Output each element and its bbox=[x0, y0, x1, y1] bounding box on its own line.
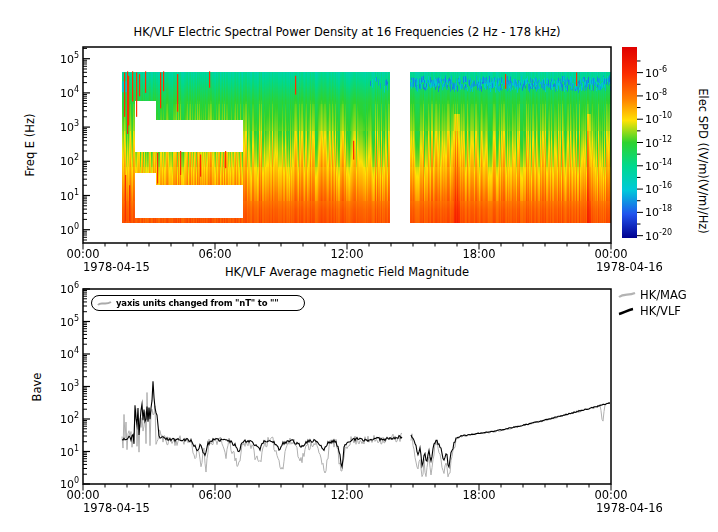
freq-tick-label: 103 bbox=[45, 120, 79, 133]
freq-tick-label: 104 bbox=[45, 86, 79, 99]
top-x-tick-label: 12:00 bbox=[317, 247, 377, 261]
exp-sup: 3 bbox=[74, 119, 79, 128]
line-y-axis-label: Bave bbox=[30, 373, 44, 402]
exp-sup: 1 bbox=[74, 188, 79, 197]
line-chart-title: HK/VLF Average magnetic Field Magnitude bbox=[83, 265, 611, 279]
top-x-tick-label: 18:00 bbox=[449, 247, 509, 261]
colorbar-tick-label: 10-20 bbox=[645, 229, 672, 242]
freq-tick-label: 105 bbox=[45, 52, 79, 65]
exp-sup: -8 bbox=[659, 88, 667, 97]
exp-base: 10 bbox=[60, 445, 74, 458]
spectrogram-plot-area bbox=[83, 47, 611, 243]
freq-tick-label: 100 bbox=[45, 223, 79, 236]
gray-squiggle-icon bbox=[97, 298, 112, 308]
hkmag-line-swatch-icon bbox=[618, 289, 638, 301]
legend-item-hkmag: HK/MAG bbox=[618, 287, 687, 303]
freq-tick-label: 102 bbox=[45, 154, 79, 167]
colorbar-label: Elec SPD ((V/m)(V/m)/Hz) bbox=[696, 88, 710, 234]
bave-tick-label: 105 bbox=[45, 315, 79, 328]
exp-base: 10 bbox=[645, 229, 659, 242]
exp-sup: 2 bbox=[74, 153, 79, 162]
legend-label-hkvlf: HK/VLF bbox=[640, 304, 681, 318]
top-x-tick-label: 06:00 bbox=[185, 247, 245, 261]
bottom-date-right: 1978-04-16 bbox=[596, 501, 663, 515]
top-x-tick-label: 00:00 bbox=[581, 247, 641, 261]
exp-base: 10 bbox=[60, 413, 74, 426]
colorbar-tick-label: 10-18 bbox=[645, 205, 672, 218]
top-date-right: 1978-04-16 bbox=[596, 260, 663, 274]
line-plot-area bbox=[83, 289, 611, 484]
exp-sup: -20 bbox=[659, 228, 672, 237]
exp-sup: 0 bbox=[74, 222, 79, 231]
exp-sup: -16 bbox=[659, 181, 672, 190]
exp-base: 10 bbox=[60, 315, 74, 328]
bave-tick-label: 101 bbox=[45, 445, 79, 458]
exp-base: 10 bbox=[645, 113, 659, 126]
exp-base: 10 bbox=[60, 52, 74, 65]
bave-tick-label: 103 bbox=[45, 380, 79, 393]
units-annotation-text: yaxis units changed from "nT" to "" bbox=[116, 298, 279, 308]
exp-sup: 3 bbox=[74, 379, 79, 388]
bottom-x-tick-label: 00:00 bbox=[581, 488, 641, 502]
exp-base: 10 bbox=[645, 90, 659, 103]
bave-tick-label: 104 bbox=[45, 347, 79, 360]
freq-tick-label: 101 bbox=[45, 189, 79, 202]
exp-base: 10 bbox=[645, 206, 659, 219]
exp-sup: -10 bbox=[659, 111, 672, 120]
spectrogram-title: HK/VLF Electric Spectral Power Density a… bbox=[83, 25, 611, 39]
colorbar-tick-label: 10-12 bbox=[645, 136, 672, 149]
colorbar bbox=[622, 47, 637, 238]
exp-sup: 4 bbox=[74, 85, 79, 94]
exp-base: 10 bbox=[60, 155, 74, 168]
bave-tick-label: 102 bbox=[45, 412, 79, 425]
bave-tick-label: 106 bbox=[45, 282, 79, 295]
exp-base: 10 bbox=[60, 283, 74, 296]
exp-base: 10 bbox=[60, 121, 74, 134]
exp-base: 10 bbox=[60, 223, 74, 236]
exp-base: 10 bbox=[60, 87, 74, 100]
exp-base: 10 bbox=[60, 348, 74, 361]
exp-base: 10 bbox=[645, 136, 659, 149]
exp-sup: -18 bbox=[659, 204, 672, 213]
exp-base: 10 bbox=[645, 183, 659, 196]
exp-sup: -6 bbox=[659, 65, 667, 74]
exp-sup: -14 bbox=[659, 158, 672, 167]
exp-base: 10 bbox=[645, 66, 659, 79]
exp-sup: 5 bbox=[74, 51, 79, 60]
legend-label-hkmag: HK/MAG bbox=[640, 288, 687, 302]
top-date-left: 1978-04-15 bbox=[83, 260, 150, 274]
bottom-x-tick-label: 00:00 bbox=[53, 488, 113, 502]
exp-sup: 6 bbox=[74, 281, 79, 290]
exp-sup: 1 bbox=[74, 444, 79, 453]
exp-base: 10 bbox=[60, 189, 74, 202]
colorbar-tick-label: 10-6 bbox=[645, 66, 667, 79]
bottom-x-tick-label: 06:00 bbox=[185, 488, 245, 502]
exp-sup: -12 bbox=[659, 135, 672, 144]
legend: HK/MAG HK/VLF bbox=[618, 287, 687, 319]
exp-sup: 2 bbox=[74, 411, 79, 420]
exp-base: 10 bbox=[645, 159, 659, 172]
hkvlf-line-swatch-icon bbox=[618, 305, 638, 317]
bottom-x-tick-label: 12:00 bbox=[317, 488, 377, 502]
bottom-date-left: 1978-04-15 bbox=[83, 501, 150, 515]
spectrogram-y-axis-label: Freq E (Hz) bbox=[23, 114, 37, 177]
top-x-tick-label: 00:00 bbox=[53, 247, 113, 261]
exp-sup: 4 bbox=[74, 346, 79, 355]
exp-sup: 5 bbox=[74, 314, 79, 323]
colorbar-tick-label: 10-16 bbox=[645, 182, 672, 195]
colorbar-tick-label: 10-8 bbox=[645, 89, 667, 102]
colorbar-tick-label: 10-10 bbox=[645, 112, 672, 125]
units-annotation: yaxis units changed from "nT" to "" bbox=[91, 295, 305, 311]
figure: HK/VLF Electric Spectral Power Density a… bbox=[0, 0, 718, 532]
colorbar-tick-label: 10-14 bbox=[645, 159, 672, 172]
bottom-x-tick-label: 18:00 bbox=[449, 488, 509, 502]
legend-item-hkvlf: HK/VLF bbox=[618, 303, 687, 319]
exp-base: 10 bbox=[60, 380, 74, 393]
exp-sup: 0 bbox=[74, 476, 79, 485]
